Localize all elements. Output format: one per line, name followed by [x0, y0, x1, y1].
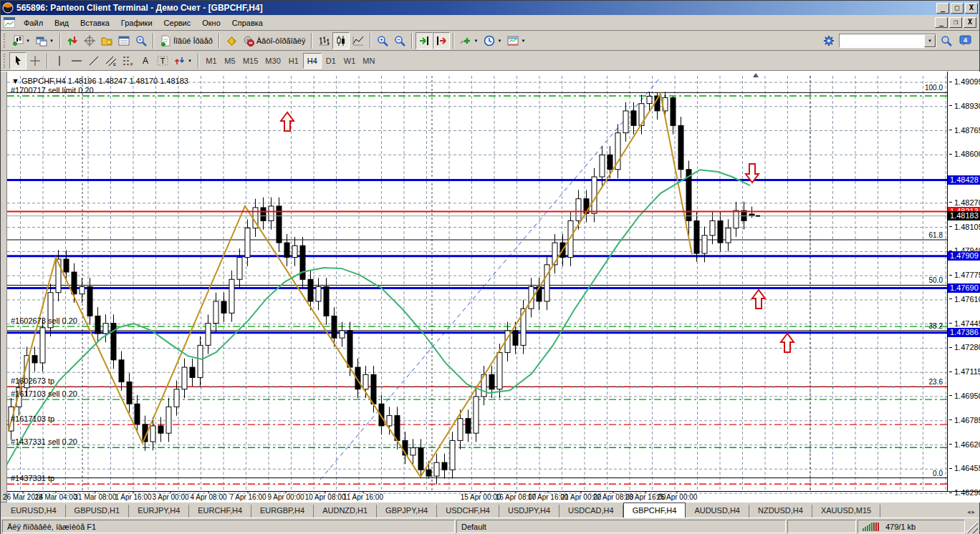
timeframe-h1[interactable]: H1: [284, 53, 303, 69]
zoom-out-button[interactable]: [391, 32, 408, 49]
maximize-button[interactable]: □: [951, 3, 964, 14]
auto-scroll-button[interactable]: [415, 32, 433, 49]
line-chart-button[interactable]: [350, 32, 367, 49]
close-button[interactable]: X: [965, 3, 978, 14]
autotrading-button[interactable]: Àâòî-òîðãîâëÿ: [240, 32, 309, 49]
price-tick-label: 1.47775: [949, 271, 980, 279]
tab-gbpchf-h4[interactable]: GBPCHF,H4: [623, 503, 686, 518]
vertical-line-tool-button[interactable]: [51, 52, 68, 69]
up-arrow-object: [752, 290, 765, 309]
terminal-icon: [118, 35, 130, 47]
tab-gbpusd-h1[interactable]: GBPUSD,H1: [66, 505, 130, 518]
toolbar-grip[interactable]: [4, 34, 6, 48]
crosshair-tool-button[interactable]: [27, 52, 44, 69]
toolbar-grip[interactable]: [4, 54, 6, 68]
strategy-tester-button[interactable]: [133, 32, 150, 49]
tab-eurjpy-h4[interactable]: EURJPY,H4: [129, 505, 189, 518]
menu-file[interactable]: Файл: [18, 16, 49, 29]
menu-help[interactable]: Справка: [226, 16, 269, 29]
templates-button[interactable]: ▼: [504, 32, 528, 49]
toolbar-separator: [218, 33, 220, 49]
market-watch-button[interactable]: [64, 32, 81, 49]
child-restore-button[interactable]: ❐: [949, 17, 962, 28]
search-button[interactable]: [938, 32, 955, 49]
new-order-button[interactable]: Íîâûé Îðäåð: [157, 32, 216, 49]
channel-tool-button[interactable]: E: [102, 52, 120, 69]
menu-view[interactable]: Вид: [49, 16, 75, 29]
new-order-icon: [160, 35, 171, 47]
terminal-button[interactable]: [115, 32, 133, 49]
arrows-tool-button[interactable]: ▼: [171, 52, 195, 69]
title-bar[interactable]: 565896: Panteon Client Terminal - Демо С…: [1, 1, 979, 15]
diamond-icon: [226, 35, 237, 47]
fibonacci-tool-button[interactable]: F: [120, 52, 137, 69]
bar-chart-button[interactable]: [315, 32, 332, 49]
navigator-button[interactable]: [98, 32, 115, 49]
zoom-out-icon: [394, 35, 405, 47]
svg-text:F: F: [130, 62, 133, 67]
resize-grip[interactable]: [966, 520, 978, 533]
text-label-tool-button[interactable]: T: [154, 52, 171, 69]
tab-audusd-h4[interactable]: AUDUSD,H4: [686, 505, 749, 518]
timeframe-m1[interactable]: M1: [202, 53, 221, 69]
timeframe-m30[interactable]: M30: [261, 53, 284, 69]
settings-button[interactable]: [820, 32, 837, 49]
candle-body: [466, 419, 471, 433]
zoom-in-icon: [377, 35, 388, 47]
chart-canvas[interactable]: [7, 72, 980, 503]
candlestick-chart-button[interactable]: [332, 32, 350, 49]
search-dropdown-button[interactable]: ▼: [924, 34, 936, 47]
toolbar-separator: [47, 53, 48, 69]
menu-charts[interactable]: Графики: [115, 16, 158, 29]
tab-usdcad-h4[interactable]: USDCAD,H4: [559, 505, 623, 518]
tab-usdjpy-h4[interactable]: USDJPY,H4: [499, 505, 559, 518]
tab-usdchf-h4[interactable]: USDCHF,H4: [437, 505, 499, 518]
tab-gbpjpy-h4[interactable]: GBPJPY,H4: [377, 505, 437, 518]
tab-audnzd-h1[interactable]: AUDNZD,H1: [314, 505, 377, 518]
zoom-in-button[interactable]: [374, 32, 391, 49]
tab-eurgbp-h4[interactable]: EURGBP,H4: [251, 505, 314, 518]
text-tool-button[interactable]: A: [137, 52, 154, 69]
data-window-button[interactable]: [81, 32, 98, 49]
timeframe-m15[interactable]: M15: [239, 53, 261, 69]
cursor-tool-button[interactable]: [9, 52, 27, 69]
tabs-scroll-left-button[interactable]: ◂: [967, 508, 971, 515]
periods-button[interactable]: ▼: [481, 32, 504, 49]
timeframe-w1[interactable]: W1: [340, 53, 360, 69]
candle-body: [489, 374, 494, 389]
child-close-button[interactable]: X: [964, 17, 976, 28]
chart-area[interactable]: ▼ GBPCHF,H4 1.48196 1.48247 1.48170 1.48…: [6, 72, 980, 503]
tab-nzdusd-h4[interactable]: NZDUSD,H4: [749, 505, 812, 518]
menu-service[interactable]: Сервис: [158, 16, 197, 29]
chart-shift-button[interactable]: [433, 32, 450, 49]
trendline-tool-button[interactable]: [85, 52, 102, 69]
timeframe-d1[interactable]: D1: [322, 53, 340, 69]
horizontal-line-icon: [71, 55, 82, 67]
child-minimize-button[interactable]: _: [935, 17, 948, 28]
fibonacci-icon: F: [123, 55, 134, 67]
horizontal-line-tool-button[interactable]: [68, 52, 85, 69]
notifications-button[interactable]: 4: [956, 32, 975, 49]
text-icon: A: [140, 55, 151, 67]
folder-star-icon: [101, 35, 112, 47]
menu-insert[interactable]: Вставка: [75, 16, 115, 29]
indicators-button[interactable]: ▼: [457, 32, 481, 49]
timeframe-h4[interactable]: H4: [303, 53, 322, 69]
minimize-button[interactable]: _: [936, 3, 949, 14]
tab-xauusd-m15[interactable]: XAUUSD,M15: [812, 505, 880, 518]
arrow-objects-icon: [174, 55, 186, 67]
status-profile[interactable]: Default: [456, 520, 786, 533]
time-axis-label: 31 Mar 08:00: [75, 493, 117, 501]
search-input[interactable]: [840, 35, 924, 47]
tab-eurchf-h4[interactable]: EURCHF,H4: [189, 505, 251, 518]
new-chart-button[interactable]: ▼: [9, 32, 33, 49]
profiles-button[interactable]: ▼: [33, 32, 57, 49]
chat-bubble-icon: 4: [959, 35, 972, 47]
metaeditor-button[interactable]: [223, 32, 240, 49]
toolbar-separator: [311, 33, 312, 49]
timeframe-m5[interactable]: M5: [221, 53, 239, 69]
menu-window[interactable]: Окно: [196, 16, 226, 29]
timeframe-mn[interactable]: MN: [359, 53, 378, 69]
tabs-scroll-right-button[interactable]: ▸: [971, 508, 975, 515]
tab-eurusd-h4[interactable]: EURUSD,H4: [2, 505, 66, 518]
